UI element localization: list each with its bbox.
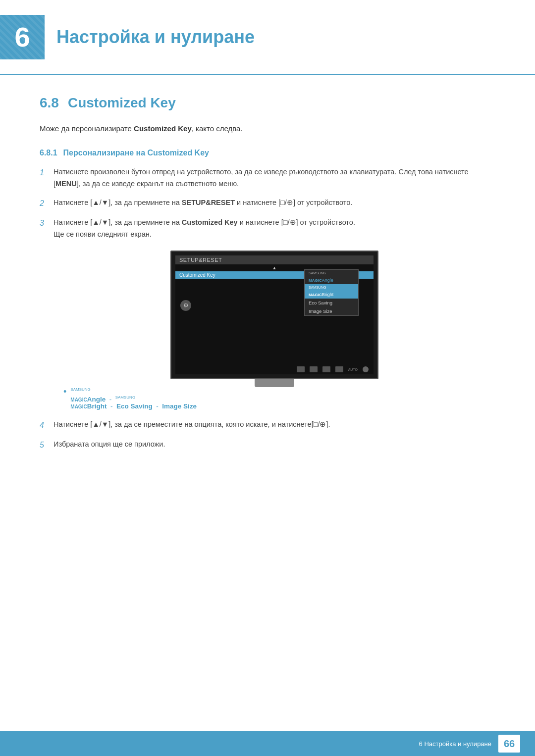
- submenu-popup: SAMSUNG MAGICAngle SAMSUNG MAGICBright E…: [304, 269, 359, 316]
- bullet-text: SAMSUNG MAGICAngle - SAMSUNG MAGICBright…: [70, 387, 197, 410]
- steps-list-2: 4 Натиснете [▲/▼], за да се преместите н…: [40, 419, 495, 452]
- step-1: 1 Натиснете произволен бутон отпред на у…: [40, 166, 495, 190]
- submenu-eco-saving: Eco Saving: [305, 299, 358, 307]
- options-bullet-list: • SAMSUNG MAGICAngle - SAMSUNG MAGICBrig…: [63, 387, 495, 410]
- steps-list: 1 Натиснете произволен бутон отпред на у…: [40, 166, 495, 241]
- bullet-dot: •: [63, 387, 66, 396]
- chapter-title: Настройка и нулиране: [56, 27, 255, 48]
- chapter-number-box: 6: [0, 15, 45, 59]
- nav-btn-2: [310, 366, 318, 372]
- nav-btn-3: [322, 366, 330, 372]
- footer-page-number: 66: [498, 735, 520, 753]
- submenu-magic-bright: SAMSUNG MAGICBright: [305, 284, 358, 299]
- step-5-text: Избраната опция ще се приложи.: [54, 439, 495, 451]
- step-4: 4 Натиснете [▲/▼], за да се преместите н…: [40, 419, 495, 432]
- step-5-num: 5: [40, 439, 54, 452]
- submenu-magic-angle: SAMSUNG MAGICAngle: [305, 270, 358, 284]
- customized-key-label: Customized Key: [179, 272, 215, 278]
- monitor-display: SETUP&RESET ▲ Customized Key SAMSUNG MAG…: [170, 251, 378, 379]
- step-3-num: 3: [40, 217, 54, 230]
- step-3: 3 Натиснете [▲/▼], за да преминете на Cu…: [40, 217, 495, 241]
- step-3-text: Натиснете [▲/▼], за да преминете на Cust…: [54, 217, 495, 241]
- step-2-num: 2: [40, 197, 54, 210]
- screen-nav-bar: AUTO: [175, 366, 374, 372]
- footer-chapter-label: 6 Настройка и нулиране: [419, 740, 491, 748]
- submenu-image-size: Image Size: [305, 307, 358, 315]
- chapter-number: 6: [14, 23, 30, 51]
- chapter-header: 6 Настройка и нулиране: [0, 0, 535, 75]
- main-content: 6.8 Customized Key Може да персонализира…: [0, 95, 535, 452]
- nav-btn-power: [363, 366, 369, 372]
- intro-text-after: , както следва.: [192, 124, 243, 133]
- auto-label: AUTO: [348, 368, 358, 371]
- intro-paragraph: Може да персонализирате Customized Key, …: [40, 123, 495, 135]
- intro-bold-text: Customized Key: [134, 124, 192, 133]
- nav-btn-1: [297, 366, 305, 372]
- subsection-title: Персонализиране на Customized Key: [63, 149, 209, 157]
- section-title: Customized Key: [68, 95, 176, 111]
- subsection-number: 6.8.1: [40, 149, 57, 157]
- screen-content: SETUP&RESET ▲ Customized Key SAMSUNG MAG…: [175, 255, 374, 374]
- step-4-num: 4: [40, 419, 54, 432]
- options-list-item: • SAMSUNG MAGICAngle - SAMSUNG MAGICBrig…: [63, 387, 495, 410]
- section-number: 6.8: [40, 95, 59, 111]
- step-1-num: 1: [40, 166, 54, 179]
- monitor-illustration: SETUP&RESET ▲ Customized Key SAMSUNG MAG…: [54, 251, 495, 379]
- intro-text-before: Може да персонализирате: [40, 124, 134, 133]
- step-2: 2 Натиснете [▲/▼], за да преминете на SE…: [40, 197, 495, 210]
- step-5: 5 Избраната опция ще се приложи.: [40, 439, 495, 452]
- subsection-heading: 6.8.1 Персонализиране на Customized Key: [40, 149, 495, 157]
- nav-btn-4: [335, 366, 343, 372]
- step-4-text: Натиснете [▲/▼], за да се преместите на …: [54, 419, 495, 431]
- step-2-text: Натиснете [▲/▼], за да преминете на SETU…: [54, 197, 495, 209]
- settings-icon: [180, 300, 191, 311]
- section-heading: 6.8 Customized Key: [40, 95, 495, 111]
- page-footer: 6 Настройка и нулиране 66: [0, 731, 535, 756]
- step-1-text: Натиснете произволен бутон отпред на уст…: [54, 166, 495, 190]
- menu-titlebar: SETUP&RESET: [175, 255, 374, 264]
